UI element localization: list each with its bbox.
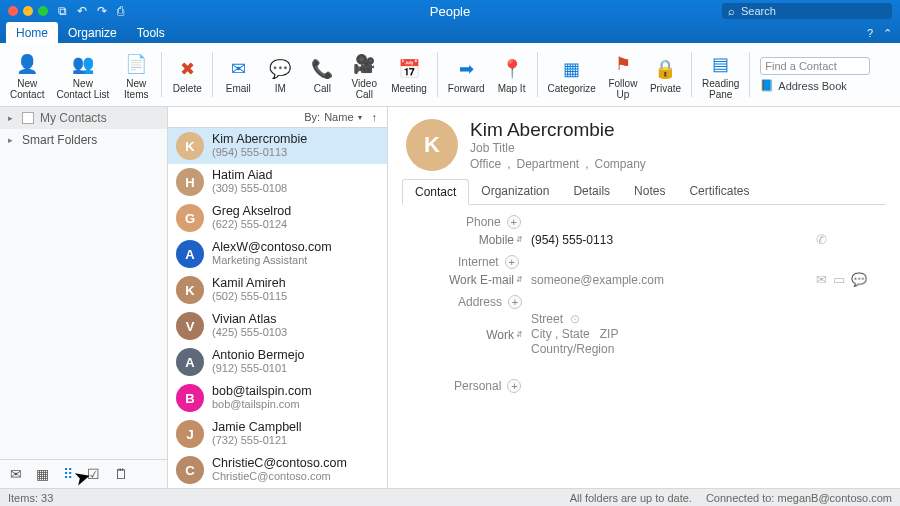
address-group: Address + Work⇵ Street ⊙ City , State ZI…: [402, 295, 886, 357]
list-item[interactable]: VVivian Atlas(425) 555-0103: [168, 308, 387, 344]
search-box[interactable]: ⌕: [722, 3, 892, 19]
new-contact-list-button[interactable]: 👥 New Contact List: [52, 46, 113, 103]
list-item[interactable]: KKamil Amireh(502) 555-0115: [168, 272, 387, 308]
avatar: H: [176, 168, 204, 196]
tab-notes[interactable]: Notes: [622, 179, 677, 204]
map-it-button[interactable]: 📍 Map It: [493, 46, 531, 103]
new-items-button[interactable]: 📄 New Items: [117, 46, 155, 103]
quick-access-toolbar: ⧉ ↶ ↷ ⎙: [58, 4, 124, 18]
list-item[interactable]: CChristieC@contoso.comChristieC@contoso.…: [168, 452, 387, 488]
tab-tools[interactable]: Tools: [127, 22, 175, 43]
module-switcher: ✉ ▦ ⠿ ☑ 🗒 ➤: [0, 459, 167, 488]
nav-my-contacts[interactable]: ▸ My Contacts: [0, 107, 167, 129]
private-button[interactable]: 🔒 Private: [646, 46, 685, 103]
window-titlebar: ⧉ ↶ ↷ ⎙ People ⌕: [0, 0, 900, 22]
help-icon[interactable]: ?: [867, 27, 873, 40]
add-phone-button[interactable]: +: [507, 215, 521, 229]
categorize-icon: ▦: [563, 55, 580, 83]
im-button[interactable]: 💬 IM: [261, 46, 299, 103]
find-contact-input[interactable]: Find a Contact: [760, 57, 870, 75]
list-item-name: Kim Abercrombie: [212, 133, 307, 146]
add-address-button[interactable]: +: [508, 295, 522, 309]
tab-organization[interactable]: Organization: [469, 179, 561, 204]
contact-header: K Kim Abercrombie Job Title Office, Depa…: [388, 107, 900, 175]
tab-certificates[interactable]: Certificates: [677, 179, 761, 204]
calendar-icon[interactable]: ▦: [36, 466, 49, 482]
list-item-name: Hatim Aiad: [212, 169, 287, 182]
folder-nav: ▸ My Contacts ▸ Smart Folders ✉ ▦ ⠿ ☑ 🗒 …: [0, 107, 168, 488]
list-item[interactable]: AAlexW@contoso.comMarketing Assistant: [168, 236, 387, 272]
close-icon[interactable]: [8, 6, 18, 16]
email-placeholder[interactable]: someone@example.com: [531, 273, 808, 287]
video-call-button[interactable]: 🎥 Video Call: [345, 46, 383, 103]
avatar: K: [176, 132, 204, 160]
list-item-name: Jamie Campbell: [212, 421, 302, 434]
categorize-button[interactable]: ▦ Categorize: [544, 46, 600, 103]
email-icon: ✉: [231, 55, 246, 83]
address-value[interactable]: Street ⊙ City , State ZIP Country/Region: [531, 312, 808, 357]
avatar: K: [176, 276, 204, 304]
redo-icon[interactable]: ↷: [97, 4, 107, 18]
print-icon[interactable]: ⎙: [117, 4, 124, 18]
main-split: ▸ My Contacts ▸ Smart Folders ✉ ▦ ⠿ ☑ 🗒 …: [0, 107, 900, 488]
tab-organize[interactable]: Organize: [58, 22, 127, 43]
minimize-icon[interactable]: [23, 6, 33, 16]
list-item-name: bob@tailspin.com: [212, 385, 312, 398]
contact-list: By: Name ▾ ↑ KKim Abercrombie(954) 555-0…: [168, 107, 388, 488]
list-item[interactable]: HHatim Aiad(309) 555-0108: [168, 164, 387, 200]
video-chat-icon[interactable]: ▭: [833, 272, 845, 287]
delete-button[interactable]: ✖ Delete: [168, 46, 206, 103]
chat-icon[interactable]: 💬: [851, 272, 867, 287]
phone-action-icon[interactable]: ✆: [816, 232, 827, 247]
reading-pane-button[interactable]: ▤ Reading Pane: [698, 46, 743, 103]
list-sort-header[interactable]: By: Name ▾ ↑: [168, 107, 387, 128]
nav-smart-folders[interactable]: ▸ Smart Folders: [0, 129, 167, 151]
call-button[interactable]: 📞 Call: [303, 46, 341, 103]
tab-details[interactable]: Details: [561, 179, 622, 204]
find-group: Find a Contact 📘 Address Book: [756, 46, 870, 103]
ribbon: 👤 New Contact 👥 New Contact List 📄 New I…: [0, 43, 900, 107]
save-icon[interactable]: ⧉: [58, 4, 67, 18]
list-item-sub: (425) 555-0103: [212, 326, 287, 339]
new-contact-button[interactable]: 👤 New Contact: [6, 46, 48, 103]
list-item[interactable]: Bbob@tailspin.combob@tailspin.com: [168, 380, 387, 416]
list-item[interactable]: KKim Abercrombie(954) 555-0113: [168, 128, 387, 164]
contact-crumbs[interactable]: Office, Department, Company: [470, 157, 646, 171]
status-bar: Items: 33 All folders are up to date. Co…: [0, 488, 900, 506]
list-item[interactable]: JJamie Campbell(732) 555-0121: [168, 416, 387, 452]
list-item-name: Vivian Atlas: [212, 313, 287, 326]
mail-icon[interactable]: ✉: [10, 466, 22, 482]
email-button[interactable]: ✉ Email: [219, 46, 257, 103]
zoom-icon[interactable]: [38, 6, 48, 16]
address-work-label[interactable]: Work⇵: [428, 328, 523, 342]
list-item-sub: (732) 555-0121: [212, 434, 302, 447]
window-title: People: [430, 4, 470, 19]
follow-up-button[interactable]: ⚑ Follow Up: [604, 46, 642, 103]
status-connection: Connected to: meganB@contoso.com: [706, 492, 892, 504]
status-sync: All folders are up to date.: [570, 492, 692, 504]
email-label[interactable]: Work E-mail⇵: [428, 273, 523, 287]
tab-home[interactable]: Home: [6, 22, 58, 43]
map-pin-icon[interactable]: ⊙: [570, 312, 580, 326]
list-item-sub: ChristieC@contoso.com: [212, 470, 347, 483]
contact-job-title[interactable]: Job Title: [470, 141, 646, 155]
search-input[interactable]: [739, 4, 886, 18]
add-internet-button[interactable]: +: [505, 255, 519, 269]
checkbox-icon[interactable]: [22, 112, 34, 124]
add-personal-button[interactable]: +: [507, 379, 521, 393]
avatar: A: [176, 240, 204, 268]
notes-icon[interactable]: 🗒: [114, 466, 128, 482]
list-item[interactable]: AAntonio Bermejo(912) 555-0101: [168, 344, 387, 380]
address-book-button[interactable]: 📘 Address Book: [760, 79, 870, 92]
tab-contact[interactable]: Contact: [402, 179, 469, 205]
forward-icon: ➡: [459, 55, 474, 83]
phone-mobile-label[interactable]: Mobile⇵: [428, 233, 523, 247]
forward-button[interactable]: ➡ Forward: [444, 46, 489, 103]
list-item[interactable]: GGreg Akselrod(622) 555-0124: [168, 200, 387, 236]
collapse-icon[interactable]: ⌃: [883, 27, 892, 40]
undo-icon[interactable]: ↶: [77, 4, 87, 18]
compose-email-icon[interactable]: ✉: [816, 272, 827, 287]
meeting-button[interactable]: 📅 Meeting: [387, 46, 431, 103]
phone-mobile-value[interactable]: (954) 555-0113: [531, 233, 808, 247]
sort-direction-icon[interactable]: ↑: [372, 111, 378, 123]
